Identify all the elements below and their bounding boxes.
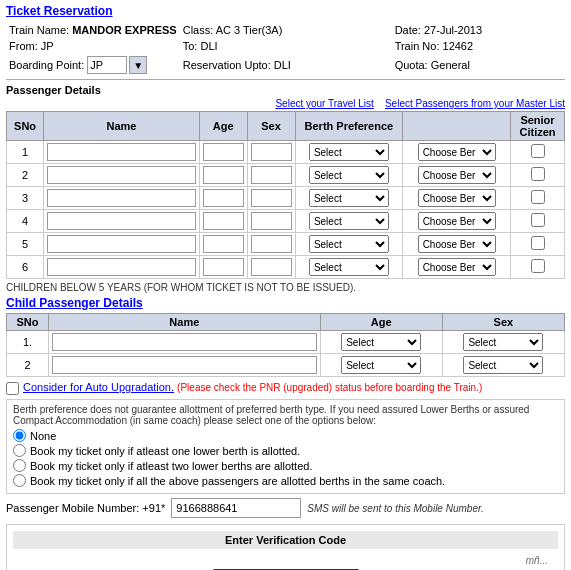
auto-upgrade-note: (Please check the PNR (upgraded) status … bbox=[177, 382, 482, 393]
pax-senior-checkbox-6[interactable] bbox=[531, 259, 545, 273]
quota-cell: Quota: General bbox=[392, 54, 565, 76]
pax-name-input-6[interactable] bbox=[47, 258, 196, 276]
verification-title: Enter Verification Code bbox=[13, 531, 558, 549]
pax-senior-checkbox-3[interactable] bbox=[531, 190, 545, 204]
berth-pref-description: Berth preference does not guarantee allo… bbox=[13, 404, 558, 426]
pax-berth-cell-6: Select Lower Middle Upper SL bbox=[295, 256, 403, 279]
boarding-point-input[interactable] bbox=[87, 56, 127, 74]
pax-sno-2: 2 bbox=[7, 164, 44, 187]
pax-senior-checkbox-1[interactable] bbox=[531, 144, 545, 158]
pax-senior-cell-6 bbox=[511, 256, 565, 279]
passenger-section-header: Passenger Details bbox=[6, 84, 565, 96]
child-col-name: Name bbox=[49, 314, 321, 331]
pax-name-cell-4 bbox=[44, 210, 200, 233]
pax-age-input-5[interactable] bbox=[203, 235, 244, 253]
pax-sex-input-1[interactable] bbox=[251, 143, 292, 161]
select-master-list-link[interactable]: Select Passengers from your Master List bbox=[385, 98, 565, 109]
pax-choose-berth-select-5[interactable]: Choose Ber bbox=[418, 235, 496, 253]
col-sex: Sex bbox=[247, 112, 295, 141]
pax-name-input-1[interactable] bbox=[47, 143, 196, 161]
traveler-links: Select your Travel List Select Passenger… bbox=[6, 98, 565, 109]
pax-sex-cell-4 bbox=[247, 210, 295, 233]
pax-name-input-5[interactable] bbox=[47, 235, 196, 253]
passenger-row-4: 4 Select Lower Middle Upper SL bbox=[7, 210, 565, 233]
pax-choose-berth-select-2[interactable]: Choose Ber bbox=[418, 166, 496, 184]
child-age-select-2[interactable]: Select 1234 bbox=[341, 356, 421, 374]
passenger-row-1: 1 Select Lower Middle Upper SL bbox=[7, 141, 565, 164]
pax-berth-cell-2: Select Lower Middle Upper SL bbox=[295, 164, 403, 187]
pax-senior-cell-4 bbox=[511, 210, 565, 233]
child-name-cell-2 bbox=[49, 354, 321, 377]
date-label: Date: 27-Jul-2013 bbox=[392, 22, 565, 38]
pax-berth-select-4[interactable]: Select Lower Middle Upper SL bbox=[309, 212, 389, 230]
child-name-input-2[interactable] bbox=[52, 356, 317, 374]
pax-name-input-3[interactable] bbox=[47, 189, 196, 207]
pax-berth-select-3[interactable]: Select Lower Middle Upper SL bbox=[309, 189, 389, 207]
pax-senior-cell-2 bbox=[511, 164, 565, 187]
col-sno: SNo bbox=[7, 112, 44, 141]
child-sex-select-2[interactable]: Select Male Female bbox=[463, 356, 543, 374]
pax-sex-cell-5 bbox=[247, 233, 295, 256]
child-sex-select-1[interactable]: Select Male Female bbox=[463, 333, 543, 351]
pax-berth-cell-4: Select Lower Middle Upper SL bbox=[295, 210, 403, 233]
pax-age-cell-2 bbox=[199, 164, 247, 187]
berth-radio-none: None bbox=[13, 429, 558, 442]
pax-age-input-3[interactable] bbox=[203, 189, 244, 207]
child-age-select-1[interactable]: Select 1234 bbox=[341, 333, 421, 351]
pax-berth-select-5[interactable]: Select Lower Middle Upper SL bbox=[309, 235, 389, 253]
pax-sex-input-4[interactable] bbox=[251, 212, 292, 230]
pax-sex-cell-1 bbox=[247, 141, 295, 164]
pax-name-cell-6 bbox=[44, 256, 200, 279]
train-name-label: Train Name: MANDOR EXPRESS bbox=[6, 22, 180, 38]
pax-age-input-4[interactable] bbox=[203, 212, 244, 230]
pax-age-input-2[interactable] bbox=[203, 166, 244, 184]
pax-senior-checkbox-5[interactable] bbox=[531, 236, 545, 250]
pax-berth-cell-3: Select Lower Middle Upper SL bbox=[295, 187, 403, 210]
radio-atleast-one[interactable] bbox=[13, 444, 26, 457]
mobile-input[interactable] bbox=[171, 498, 301, 518]
pax-choose-berth-select-1[interactable]: Choose Ber bbox=[418, 143, 496, 161]
pax-name-cell-1 bbox=[44, 141, 200, 164]
pax-name-input-2[interactable] bbox=[47, 166, 196, 184]
boarding-select-button[interactable]: ▼ bbox=[129, 56, 147, 74]
children-note: CHILDREN BELOW 5 YEARS (FOR WHOM TICKET … bbox=[6, 282, 565, 293]
child-row-1: 1. Select 1234 Select Male Female bbox=[7, 331, 565, 354]
auto-upgrade-text: Consider for Auto Upgradation. (Please c… bbox=[23, 381, 482, 393]
pax-age-cell-5 bbox=[199, 233, 247, 256]
pax-choose-berth-cell-2: Choose Ber bbox=[403, 164, 511, 187]
pax-senior-checkbox-4[interactable] bbox=[531, 213, 545, 227]
radio-all-same-coach[interactable] bbox=[13, 474, 26, 487]
radio-atleast-two[interactable] bbox=[13, 459, 26, 472]
pax-berth-select-1[interactable]: Select Lower Middle Upper SL bbox=[309, 143, 389, 161]
child-sno-1: 1. bbox=[7, 331, 49, 354]
child-name-input-1[interactable] bbox=[52, 333, 317, 351]
col-senior: Senior Citizen bbox=[511, 112, 565, 141]
pax-sex-cell-3 bbox=[247, 187, 295, 210]
radio-none[interactable] bbox=[13, 429, 26, 442]
child-age-cell-2: Select 1234 bbox=[320, 354, 442, 377]
col-berth-pref: Berth Preference bbox=[295, 112, 403, 141]
pax-berth-select-6[interactable]: Select Lower Middle Upper SL bbox=[309, 258, 389, 276]
pax-age-input-6[interactable] bbox=[203, 258, 244, 276]
pax-senior-cell-3 bbox=[511, 187, 565, 210]
pax-age-input-1[interactable] bbox=[203, 143, 244, 161]
auto-upgrade-link[interactable]: Consider for Auto Upgradation. bbox=[23, 381, 174, 393]
pax-sex-input-2[interactable] bbox=[251, 166, 292, 184]
pax-name-input-4[interactable] bbox=[47, 212, 196, 230]
pax-choose-berth-select-4[interactable]: Choose Ber bbox=[418, 212, 496, 230]
berth-radio-one: Book my ticket only if atleast one lower… bbox=[13, 444, 558, 457]
pax-sex-input-6[interactable] bbox=[251, 258, 292, 276]
select-travel-list-link[interactable]: Select your Travel List bbox=[275, 98, 373, 109]
pax-sno-6: 6 bbox=[7, 256, 44, 279]
pax-sex-input-3[interactable] bbox=[251, 189, 292, 207]
pax-choose-berth-select-3[interactable]: Choose Ber bbox=[418, 189, 496, 207]
pax-berth-select-2[interactable]: Select Lower Middle Upper SL bbox=[309, 166, 389, 184]
sms-note: SMS will be sent to this Mobile Number. bbox=[307, 503, 483, 514]
pax-senior-cell-1 bbox=[511, 141, 565, 164]
pax-senior-checkbox-2[interactable] bbox=[531, 167, 545, 181]
auto-upgrade-checkbox[interactable] bbox=[6, 382, 19, 395]
radio-none-label: None bbox=[30, 430, 56, 442]
pax-sex-input-5[interactable] bbox=[251, 235, 292, 253]
resv-upto-cell: Reservation Upto: DLI bbox=[180, 54, 392, 76]
pax-choose-berth-select-6[interactable]: Choose Ber bbox=[418, 258, 496, 276]
